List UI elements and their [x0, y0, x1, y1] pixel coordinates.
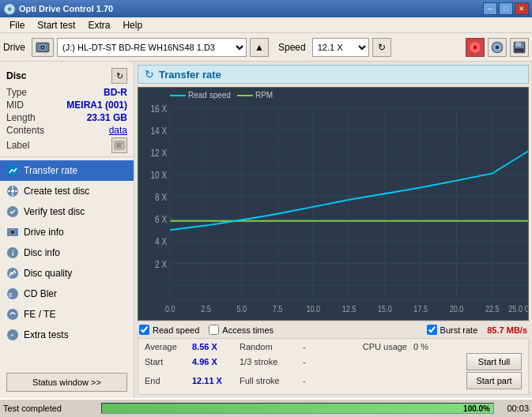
burst-rate-checkbox[interactable] [427, 325, 437, 335]
label-label: Label [6, 140, 29, 151]
nav-transfer-rate-label: Transfer rate [24, 165, 77, 176]
svg-text:B: B [9, 292, 13, 298]
drive-select[interactable]: (J:) HL-DT-ST BD-RE WH16NS48 1.D3 [57, 38, 247, 57]
start-full-button[interactable]: Start full [466, 353, 522, 370]
svg-point-13 [11, 190, 14, 193]
read-speed-checkbox-label: Read speed [153, 325, 199, 335]
average-value: 8.56 X [192, 342, 240, 351]
contents-value[interactable]: data [109, 125, 127, 136]
svg-text:7.5: 7.5 [273, 304, 283, 314]
refresh-speed-button[interactable]: ↻ [372, 38, 391, 57]
nav-fe-te[interactable]: FE / TE [0, 304, 134, 325]
label-icon-button[interactable] [111, 137, 127, 153]
full-stroke-value: - [303, 376, 350, 385]
nav-disc-quality[interactable]: Disc quality [0, 263, 134, 284]
eject-button[interactable]: ▲ [250, 38, 269, 57]
svg-text:5.0: 5.0 [237, 304, 247, 314]
start-row: Start 4.96 X 1/3 stroke - Start full [145, 353, 522, 370]
nav-create-test-disc[interactable]: Create test disc [0, 181, 134, 201]
nav-drive-info[interactable]: Drive info [0, 222, 134, 242]
mid-label: MID [6, 100, 24, 111]
disc-red-button[interactable] [466, 38, 485, 57]
read-speed-checkbox-item[interactable]: Read speed [139, 325, 199, 335]
chart-container: Read speed RPM [138, 87, 529, 321]
menu-help[interactable]: Help [116, 18, 149, 32]
chart-icon [6, 164, 19, 177]
full-stroke-label: Full stroke [240, 376, 303, 385]
length-label: Length [6, 112, 36, 123]
window-controls: ─ □ ✕ [483, 2, 529, 15]
read-speed-legend-color [170, 95, 186, 96]
close-button[interactable]: ✕ [515, 2, 529, 15]
access-times-checkbox-item[interactable]: Access times [209, 325, 274, 335]
progress-text: 100.0% [463, 404, 490, 413]
menu-file[interactable]: File [3, 18, 31, 32]
checkboxes-row: Read speed Access times Burst rate 85.7 … [138, 321, 529, 338]
nav-extra-tests-label: Extra tests [24, 329, 69, 340]
svg-text:+: + [10, 332, 14, 339]
random-label: Random [240, 342, 303, 351]
nav-drive-info-label: Drive info [24, 227, 64, 238]
cpu-label: CPU usage [350, 342, 413, 351]
nav-list: Transfer rate Create test disc Verify te… [0, 160, 134, 345]
average-label: Average [145, 342, 192, 351]
maximize-button[interactable]: □ [499, 2, 513, 15]
speed-label: Speed [278, 42, 306, 53]
nav-extra-tests[interactable]: + Extra tests [0, 325, 134, 345]
access-times-checkbox-label: Access times [222, 325, 274, 335]
end-row: End 12.11 X Full stroke - Start part [145, 372, 522, 389]
svg-text:12 X: 12 X [151, 148, 168, 158]
main-area: Disc ↻ Type BD-R MID MEIRA1 (001) Length… [0, 62, 532, 398]
start-part-button[interactable]: Start part [466, 372, 522, 389]
nav-disc-info[interactable]: i Disc info [0, 242, 134, 263]
minimize-button[interactable]: ─ [483, 2, 497, 15]
drive-info-icon [6, 226, 19, 239]
verify-icon [6, 205, 19, 218]
svg-text:14 X: 14 X [151, 126, 168, 136]
svg-rect-8 [516, 42, 522, 47]
random-value: - [303, 342, 350, 351]
nav-verify-test-disc-label: Verify test disc [24, 206, 85, 217]
cd-bler-icon: B [6, 287, 19, 300]
svg-text:0.0: 0.0 [165, 304, 175, 314]
fe-te-icon [6, 308, 19, 321]
access-times-checkbox[interactable] [209, 325, 219, 335]
chart-legend: Read speed RPM [170, 91, 273, 100]
svg-point-2 [42, 46, 43, 47]
disc-panel: Disc ↻ Type BD-R MID MEIRA1 (001) Length… [0, 65, 134, 157]
one-third-value: - [303, 357, 350, 366]
nav-disc-quality-label: Disc quality [24, 268, 72, 279]
status-window-button[interactable]: Status window >> [6, 373, 127, 392]
cpu-value: 0 % [413, 342, 445, 351]
burst-rate-value: 85.7 MB/s [487, 325, 527, 335]
read-speed-checkbox[interactable] [139, 325, 149, 335]
menu-extra[interactable]: Extra [81, 18, 116, 32]
svg-rect-25 [138, 88, 528, 320]
nav-transfer-rate[interactable]: Transfer rate [0, 160, 134, 181]
rpm-legend: RPM [237, 91, 273, 100]
cd-burn-button[interactable] [488, 38, 507, 57]
length-value: 23.31 GB [87, 112, 127, 123]
svg-text:8 X: 8 X [155, 192, 167, 202]
transfer-rate-chart: 16 X 14 X 12 X 10 X 8 X 6 X 4 X 2 X 0.0 … [138, 88, 528, 320]
elapsed-time: 00:03 [497, 404, 529, 413]
speed-select[interactable]: Max X12.1 X8 X4 X2 X [312, 38, 369, 57]
save-button[interactable] [510, 38, 529, 57]
nav-cd-bler[interactable]: B CD Bler [0, 284, 134, 304]
svg-text:6 X: 6 X [155, 214, 167, 224]
one-third-label: 1/3 stroke [240, 357, 303, 366]
drive-label: Drive [3, 42, 25, 53]
svg-point-22 [7, 309, 18, 320]
panel-icon: ↻ [145, 68, 154, 81]
nav-verify-test-disc[interactable]: Verify test disc [0, 201, 134, 222]
disc-refresh-button[interactable]: ↻ [111, 68, 127, 84]
menu-start-test[interactable]: Start test [31, 18, 81, 32]
burst-rate-checkbox-item[interactable]: Burst rate [427, 325, 478, 335]
svg-text:2 X: 2 X [155, 258, 167, 269]
svg-text:2.5: 2.5 [201, 304, 211, 314]
end-value: 12.11 X [192, 376, 240, 385]
drive-icon-btn[interactable] [32, 38, 54, 57]
nav-fe-te-label: FE / TE [24, 309, 55, 320]
disc-section-label: Disc [6, 70, 26, 81]
svg-text:i: i [12, 250, 14, 257]
